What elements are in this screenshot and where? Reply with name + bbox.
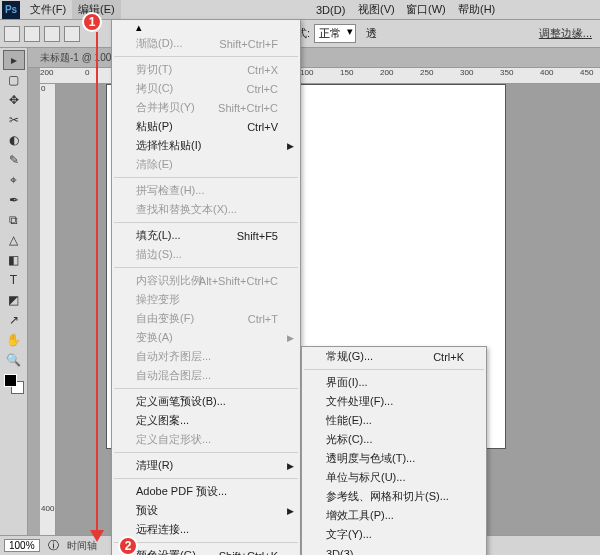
foreground-color[interactable] <box>4 374 17 387</box>
menu-item: 清除(E) <box>112 155 300 174</box>
tool-gradient[interactable]: ⧉ <box>3 210 25 230</box>
color-swatches[interactable] <box>4 374 24 394</box>
submenu-arrow-icon: ▶ <box>287 506 294 516</box>
menu-scroll-up-icon[interactable]: ▴ <box>112 20 300 34</box>
ruler-tick: 200 <box>380 68 393 77</box>
menu-help[interactable]: 帮助(H) <box>452 0 501 19</box>
menu-item-label: 光标(C)... <box>326 432 372 447</box>
menu-item-label: 操控变形 <box>136 292 180 307</box>
refine-edge-link[interactable]: 调整边缘... <box>539 26 592 41</box>
ruler-tick: 0 <box>85 68 89 77</box>
opt-icon-b[interactable] <box>44 26 60 42</box>
menu-item[interactable]: 远程连接... <box>112 520 300 539</box>
ruler-vertical[interactable]: 0 400 <box>40 84 56 535</box>
status-info-icon[interactable]: ⓘ <box>48 538 59 553</box>
menu-item-label: 查找和替换文本(X)... <box>136 202 237 217</box>
menu-item-label: 拼写检查(H)... <box>136 183 204 198</box>
menu-item[interactable]: 界面(I)... <box>302 373 486 392</box>
annotation-arrow-line <box>96 32 98 538</box>
menu-separator <box>114 56 298 57</box>
menu-shortcut: Ctrl+T <box>248 313 278 325</box>
mode-select[interactable]: 正常 <box>314 24 356 43</box>
submenu-arrow-icon: ▶ <box>287 141 294 151</box>
menu-item[interactable]: 选择性粘贴(I)▶ <box>112 136 300 155</box>
menu-separator <box>114 478 298 479</box>
tool-blur[interactable]: △ <box>3 230 25 250</box>
opt-icon-c[interactable] <box>64 26 80 42</box>
menu-item[interactable]: 常规(G)...Ctrl+K <box>302 347 486 366</box>
menu-3d[interactable]: 3D(D) <box>310 2 351 18</box>
menu-item-label: 定义画笔预设(B)... <box>136 394 226 409</box>
edit-menu-dropdown: ▴ 渐隐(D)...Shift+Ctrl+F剪切(T)Ctrl+X拷贝(C)Ct… <box>111 19 301 555</box>
tool-brush[interactable]: ✎ <box>3 150 25 170</box>
menu-item[interactable]: 颜色设置(G)...Shift+Ctrl+K <box>112 546 300 555</box>
menu-item[interactable]: Adobe PDF 预设... <box>112 482 300 501</box>
menu-item-label: 选择性粘贴(I) <box>136 138 201 153</box>
tool-type[interactable]: T <box>3 270 25 290</box>
menu-item[interactable]: 文件处理(F)... <box>302 392 486 411</box>
submenu-arrow-icon: ▶ <box>287 461 294 471</box>
tool-shape[interactable]: ◩ <box>3 290 25 310</box>
tool-marquee[interactable]: ▢ <box>3 70 25 90</box>
ruler-tick: 0 <box>41 84 45 93</box>
menu-item-label: 自动混合图层... <box>136 368 211 383</box>
menu-item[interactable]: 透明度与色域(T)... <box>302 449 486 468</box>
menu-item[interactable]: 填充(L)...Shift+F5 <box>112 226 300 245</box>
menu-file[interactable]: 文件(F) <box>24 0 72 19</box>
menu-item-label: 预设 <box>136 503 158 518</box>
menu-item: 查找和替换文本(X)... <box>112 200 300 219</box>
menu-item[interactable]: 定义画笔预设(B)... <box>112 392 300 411</box>
menu-item-label: 定义图案... <box>136 413 189 428</box>
menu-item[interactable]: 性能(E)... <box>302 411 486 430</box>
menu-item[interactable]: 光标(C)... <box>302 430 486 449</box>
preferences-submenu: 常规(G)...Ctrl+K界面(I)...文件处理(F)...性能(E)...… <box>301 346 487 555</box>
tool-crop[interactable]: ✂ <box>3 110 25 130</box>
tool-hand[interactable]: ✋ <box>3 330 25 350</box>
tool-move[interactable]: ▸ <box>3 50 25 70</box>
tool-dodge[interactable]: ◧ <box>3 250 25 270</box>
annotation-badge-2: 2 <box>118 536 138 555</box>
menu-item: 合并拷贝(Y)Shift+Ctrl+C <box>112 98 300 117</box>
menu-separator <box>114 542 298 543</box>
menu-item: 渐隐(D)...Shift+Ctrl+F <box>112 34 300 53</box>
menu-item-label: 填充(L)... <box>136 228 181 243</box>
menu-item-label: 变换(A) <box>136 330 173 345</box>
menu-item: 拼写检查(H)... <box>112 181 300 200</box>
tool-path[interactable]: ↗ <box>3 310 25 330</box>
tool-preset-icon[interactable] <box>4 26 20 42</box>
menu-item[interactable]: 清理(R)▶ <box>112 456 300 475</box>
menu-item[interactable]: 单位与标尺(U)... <box>302 468 486 487</box>
menu-item: 描边(S)... <box>112 245 300 264</box>
tool-lasso[interactable]: ✥ <box>3 90 25 110</box>
menu-item[interactable]: 3D(3)... <box>302 544 486 555</box>
ruler-tick: 450 <box>580 68 593 77</box>
menu-item: 变换(A)▶ <box>112 328 300 347</box>
tool-zoom[interactable]: 🔍 <box>3 350 25 370</box>
menu-separator <box>114 388 298 389</box>
menu-item[interactable]: 定义图案... <box>112 411 300 430</box>
app-logo: Ps <box>2 1 20 19</box>
menu-item[interactable]: 参考线、网格和切片(S)... <box>302 487 486 506</box>
zoom-field[interactable]: 100% <box>4 539 40 552</box>
menu-item-label: 清理(R) <box>136 458 173 473</box>
menu-window[interactable]: 窗口(W) <box>400 0 452 19</box>
menu-item[interactable]: 粘贴(P)Ctrl+V <box>112 117 300 136</box>
menu-shortcut: Shift+Ctrl+C <box>218 102 278 114</box>
ruler-tick: 150 <box>340 68 353 77</box>
menu-view[interactable]: 视图(V) <box>352 0 401 19</box>
tool-stamp[interactable]: ⌖ <box>3 170 25 190</box>
ruler-tick: 400 <box>540 68 553 77</box>
toolbox: ▸ ▢ ✥ ✂ ◐ ✎ ⌖ ✒ ⧉ △ ◧ T ◩ ↗ ✋ 🔍 <box>0 48 28 535</box>
menu-item[interactable]: 文字(Y)... <box>302 525 486 544</box>
menu-item[interactable]: 预设▶ <box>112 501 300 520</box>
menu-item[interactable]: 增效工具(P)... <box>302 506 486 525</box>
document-title[interactable]: 未标题-1 @ 100% <box>40 51 120 65</box>
menu-item-label: 单位与标尺(U)... <box>326 470 405 485</box>
menu-separator <box>114 222 298 223</box>
menu-item: 拷贝(C)Ctrl+C <box>112 79 300 98</box>
ruler-tick: 100 <box>300 68 313 77</box>
tool-pen[interactable]: ✒ <box>3 190 25 210</box>
opt-icon-a[interactable] <box>24 26 40 42</box>
tool-eyedropper[interactable]: ◐ <box>3 130 25 150</box>
menu-separator <box>304 369 484 370</box>
